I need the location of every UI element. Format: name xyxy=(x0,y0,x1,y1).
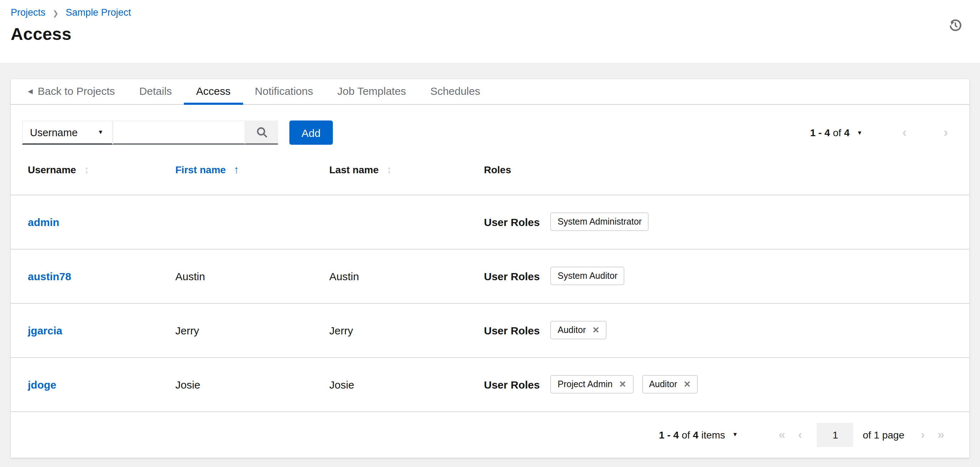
breadcrumb: Projects ❯ Sample Project xyxy=(11,7,962,18)
tab-notifications[interactable]: Notifications xyxy=(243,79,325,105)
role-chip: System Auditor xyxy=(550,267,625,285)
pagination-of: of xyxy=(833,127,841,138)
role-chip: Project Admin ✕ xyxy=(550,375,633,394)
access-page: Projects ❯ Sample Project Access ◀ Back … xyxy=(0,0,980,467)
pagination-range: 1 - 4 xyxy=(659,429,679,441)
previous-page-button[interactable]: ‹ xyxy=(798,429,802,441)
next-page-button[interactable]: › xyxy=(921,429,925,441)
tab-label: Details xyxy=(139,85,172,97)
role-chip-label: System Administrator xyxy=(558,217,642,227)
search-icon xyxy=(256,126,267,138)
last-name-cell: Jerry xyxy=(312,303,467,357)
user-roles-label: User Roles xyxy=(484,378,540,390)
page-title: Access xyxy=(11,24,962,44)
user-roles-label: User Roles xyxy=(484,324,540,336)
table-row-jgarcia: jgarcia Jerry Jerry User Roles Auditor xyxy=(11,303,969,357)
last-name-cell xyxy=(312,194,467,249)
page-count-label: of 1 page xyxy=(863,429,904,441)
last-name-cell: Austin xyxy=(312,249,467,303)
access-table: Username ↕ First name ↑ xyxy=(11,145,969,412)
top-pagination-menu-toggle[interactable]: 1 - 4 of 4 ▼ xyxy=(806,126,867,139)
column-header-first-name[interactable]: First name ↑ xyxy=(158,145,312,194)
tab-label: Schedules xyxy=(430,85,480,97)
sort-ascending-icon: ↑ xyxy=(234,164,239,176)
roles-cell: User Roles System Administrator xyxy=(484,212,969,231)
column-label: Username xyxy=(28,164,76,175)
first-name-cell xyxy=(158,194,312,249)
filter-key-select[interactable]: Username ▼ xyxy=(22,121,113,145)
current-page-input[interactable] xyxy=(817,423,853,447)
chip-remove-button[interactable]: ✕ xyxy=(684,380,690,389)
user-roles-label: User Roles xyxy=(484,216,540,228)
role-chip-label: Project Admin xyxy=(558,379,612,389)
sort-icon: ↕ xyxy=(387,164,392,176)
tab-label: Job Templates xyxy=(337,85,406,97)
tab-access[interactable]: Access xyxy=(184,79,243,105)
add-button[interactable]: Add xyxy=(290,121,332,145)
table-header: Username ↕ First name ↑ xyxy=(11,145,969,194)
next-page-button[interactable]: › xyxy=(943,126,948,139)
column-header-roles: Roles xyxy=(467,145,969,194)
chip-remove-button[interactable]: ✕ xyxy=(619,380,626,389)
tab-schedules[interactable]: Schedules xyxy=(418,79,492,105)
username-link[interactable]: jdoge xyxy=(28,378,56,390)
first-page-button[interactable]: « xyxy=(779,429,786,441)
role-chip: Auditor ✕ xyxy=(642,375,698,394)
tab-job-templates[interactable]: Job Templates xyxy=(325,79,418,105)
footer-pagination: 1 - 4 of 4 items ▼ « ‹ of 1 page › » xyxy=(11,412,969,458)
first-name-cell: Josie xyxy=(158,357,312,411)
role-chip: Auditor ✕ xyxy=(550,321,606,339)
chevron-down-icon: ▼ xyxy=(98,129,103,135)
pagination-total: 4 xyxy=(844,127,850,138)
pagination-of: of xyxy=(682,429,690,441)
first-name-cell: Jerry xyxy=(158,303,312,357)
first-name-cell: Austin xyxy=(158,249,312,303)
previous-page-button[interactable]: ‹ xyxy=(902,126,907,139)
close-icon: ✕ xyxy=(684,379,690,389)
tab-label: Back to Projects xyxy=(38,85,115,97)
column-label: Roles xyxy=(484,164,511,175)
table-row-jdoge: jdoge Josie Josie User Roles Project Adm… xyxy=(11,357,969,411)
table-body: admin User Roles System Administrator xyxy=(11,194,969,411)
last-page-button[interactable]: » xyxy=(938,429,944,441)
breadcrumb-link-sample-project[interactable]: Sample Project xyxy=(65,7,131,18)
column-label: First name xyxy=(175,164,226,175)
role-chip-label: Auditor xyxy=(649,379,677,389)
history-icon xyxy=(949,19,962,32)
filter-key-value: Username xyxy=(30,127,78,138)
user-roles-label: User Roles xyxy=(484,270,540,282)
chevron-down-icon: ▼ xyxy=(857,129,862,136)
roles-cell: User Roles Project Admin ✕ xyxy=(484,375,969,394)
page-header: Projects ❯ Sample Project Access xyxy=(0,0,980,63)
pagination-total: 4 xyxy=(693,429,698,441)
roles-cell: User Roles Auditor ✕ xyxy=(484,321,969,339)
column-label: Last name xyxy=(329,164,379,175)
column-header-last-name[interactable]: Last name ↕ xyxy=(312,145,467,194)
username-link[interactable]: admin xyxy=(28,216,59,228)
tab-label: Notifications xyxy=(255,85,313,97)
column-header-username[interactable]: Username ↕ xyxy=(11,145,158,194)
search-button[interactable] xyxy=(245,121,278,145)
table-row-austin78: austin78 Austin Austin User Roles System… xyxy=(11,249,969,303)
close-icon: ✕ xyxy=(592,325,600,335)
items-per-page-toggle[interactable]: 1 - 4 of 4 items ▼ xyxy=(655,429,742,441)
breadcrumb-separator-icon: ❯ xyxy=(53,8,59,17)
access-card: ◀ Back to Projects Details Access Notifi… xyxy=(11,79,969,458)
close-icon: ✕ xyxy=(619,379,626,389)
breadcrumb-link-projects[interactable]: Projects xyxy=(11,7,46,18)
pagination-range: 1 - 4 xyxy=(810,127,830,138)
username-link[interactable]: austin78 xyxy=(28,270,71,282)
tab-label: Access xyxy=(196,85,231,97)
table-row-admin: admin User Roles System Administrator xyxy=(11,194,969,249)
chip-remove-button[interactable]: ✕ xyxy=(592,326,600,335)
search-input[interactable] xyxy=(113,121,245,145)
role-chip: System Administrator xyxy=(550,212,649,231)
role-chip-label: Auditor xyxy=(558,325,586,335)
tab-back-to-projects[interactable]: ◀ Back to Projects xyxy=(28,79,127,105)
username-link[interactable]: jgarcia xyxy=(28,324,62,336)
top-pagination: 1 - 4 of 4 ▼ ‹ › xyxy=(806,126,948,139)
caret-left-icon: ◀ xyxy=(28,87,33,94)
history-button[interactable] xyxy=(949,19,962,32)
tab-details[interactable]: Details xyxy=(127,79,184,105)
toolbar: Username ▼ Add 1 - 4 of xyxy=(22,121,948,145)
